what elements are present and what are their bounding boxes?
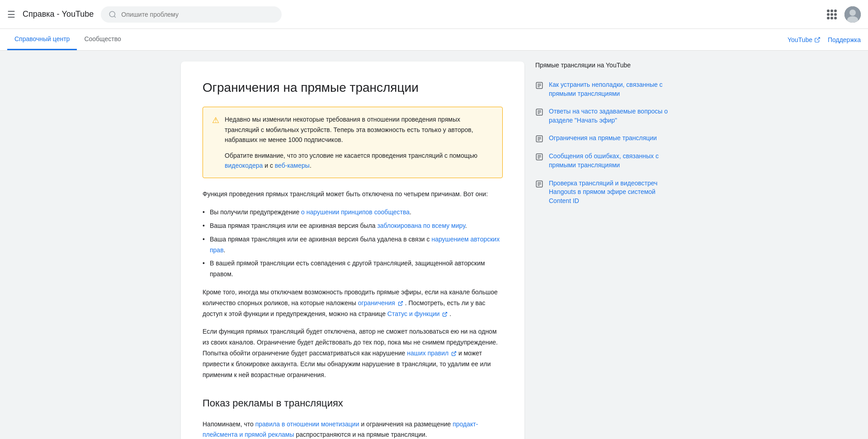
svg-point-3: [849, 9, 856, 16]
list-item: Ваша прямая трансляция или ее архивная в…: [203, 234, 503, 256]
warning-text: Недавно мы изменили некоторые требования…: [225, 114, 493, 170]
sidebar-item-label-4: Проверка трансляций и видеовстреч Hangou…: [549, 179, 671, 206]
list-item: В вашей прямой трансляции есть совпадени…: [203, 258, 503, 280]
article-container: Ограничения на прямые трансляции ⚠ Недав…: [181, 61, 524, 439]
article-body: Функция проведения прямых трансляций мож…: [203, 189, 503, 439]
search-input[interactable]: [121, 11, 274, 18]
sidebar-title: Прямые трансляции на YouTube: [535, 61, 671, 69]
videocoder-link[interactable]: видеокодера: [225, 162, 263, 169]
tab-help-center[interactable]: Справочный центр: [7, 29, 77, 50]
search-bar: [101, 6, 282, 23]
para2: Если функция прямых трансляций будет отк…: [203, 326, 503, 380]
avatar-image: [844, 6, 861, 23]
sidebar: Прямые трансляции на YouTube Как устрани…: [535, 61, 671, 439]
svg-line-5: [817, 37, 820, 40]
status-functions-link[interactable]: Статус и функции: [387, 310, 450, 317]
tab-community[interactable]: Сообщество: [77, 29, 128, 50]
article-title: Ограничения на прямые трансляции: [203, 80, 503, 96]
avatar[interactable]: [844, 6, 861, 23]
sidebar-item-4[interactable]: Проверка трансляций и видеовстреч Hangou…: [535, 175, 671, 210]
blocked-worldwide-link[interactable]: заблокирована по всему миру: [377, 222, 465, 229]
sidebar-item-label-3: Сообщения об ошибках, связанных с прямым…: [549, 152, 671, 170]
external-link-icon: [814, 37, 821, 43]
sidebar-item-3[interactable]: Сообщения об ошибках, связанных с прямым…: [535, 147, 671, 174]
webcam-link[interactable]: веб-камеры: [275, 162, 310, 169]
youtube-external-link[interactable]: YouTube: [788, 36, 821, 43]
community-principles-link[interactable]: о нарушении принципов сообщества: [301, 208, 410, 216]
doc-icon-0: [535, 81, 543, 90]
header-right: [823, 5, 861, 24]
our-rules-link[interactable]: наших правил: [407, 349, 458, 357]
svg-line-8: [453, 352, 456, 354]
svg-point-0: [110, 11, 115, 17]
nav-tabs: Справочный центр Сообщество: [7, 29, 128, 50]
restrictions-link[interactable]: ограничения: [358, 299, 405, 307]
search-icon: [108, 10, 117, 19]
sub-header-right: YouTube Поддержка: [788, 36, 861, 43]
external-icon-3: [451, 351, 457, 356]
hamburger-icon[interactable]: ☰: [7, 9, 15, 20]
warning-icon: ⚠: [212, 115, 219, 170]
grid-dots-icon: [827, 9, 837, 19]
external-icon-2: [442, 312, 448, 317]
sidebar-item-label-0: Как устранить неполадки, связанные с пря…: [549, 80, 671, 98]
sidebar-item-label-1: Ответы на часто задаваемые вопросы о раз…: [549, 107, 671, 125]
svg-line-6: [400, 302, 403, 304]
para3: Напоминаем, что правила в отношении моне…: [203, 419, 503, 439]
header-left: ☰ Справка - YouTube: [7, 6, 823, 23]
warning-box: ⚠ Недавно мы изменили некоторые требован…: [203, 107, 503, 178]
doc-icon-3: [535, 153, 543, 161]
doc-icon-1: [535, 108, 543, 116]
svg-line-1: [114, 16, 116, 17]
sidebar-item-1[interactable]: Ответы на часто задаваемые вопросы о раз…: [535, 103, 671, 129]
sidebar-item-0[interactable]: Как устранить неполадки, связанные с пря…: [535, 76, 671, 103]
support-link[interactable]: Поддержка: [828, 36, 861, 43]
doc-icon-2: [535, 135, 543, 143]
grid-apps-button[interactable]: [823, 5, 841, 24]
sidebar-item-label-2: Ограничения на прямые трансляции: [549, 134, 657, 143]
list-item: Ваша прямая трансляция или ее архивная в…: [203, 221, 503, 231]
list-item: Вы получили предупреждение о нарушении п…: [203, 207, 503, 218]
doc-icon-4: [535, 180, 543, 188]
top-header: ☰ Справка - YouTube: [0, 0, 868, 29]
sub-header-nav: Справочный центр Сообщество YouTube Подд…: [0, 29, 868, 51]
intro-text: Функция проведения прямых трансляций мож…: [203, 189, 503, 200]
article-card: Ограничения на прямые трансляции ⚠ Недав…: [181, 61, 524, 439]
section2-heading: Показ рекламы в трансляциях: [203, 395, 503, 411]
reasons-list: Вы получили предупреждение о нарушении п…: [203, 207, 503, 280]
svg-line-7: [444, 312, 447, 315]
para1: Кроме того, иногда мы отключаем возможно…: [203, 287, 503, 319]
sidebar-item-2[interactable]: Ограничения на прямые трансляции: [535, 129, 671, 147]
main-content: Ограничения на прямые трансляции ⚠ Недав…: [163, 51, 705, 439]
sidebar-items-list: Как устранить неполадки, связанные с пря…: [535, 76, 671, 210]
monetization-rules-link[interactable]: правила в отношении монетизации: [255, 420, 359, 428]
external-icon: [398, 301, 403, 306]
page-title: Справка - YouTube: [23, 9, 94, 19]
